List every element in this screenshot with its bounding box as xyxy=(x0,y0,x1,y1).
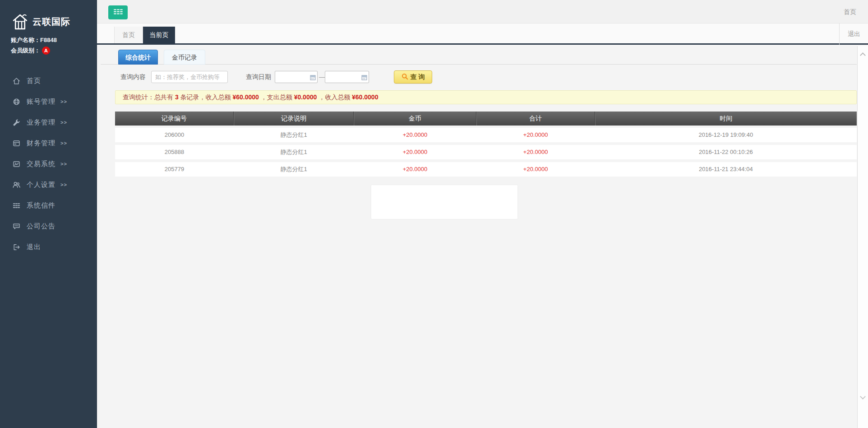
window-icon xyxy=(12,139,21,148)
sidebar-item-announcements[interactable]: 公司公告 xyxy=(0,216,97,237)
record-count: 3 xyxy=(175,93,179,101)
date-range-separator: — xyxy=(319,71,325,83)
tab-summary-statistics[interactable]: 综合统计 xyxy=(118,50,158,65)
expense-total: ¥0.0000 xyxy=(294,93,317,101)
calendar-icon[interactable] xyxy=(361,74,367,82)
globe-icon xyxy=(12,97,21,106)
scrollbar[interactable] xyxy=(857,46,868,428)
tab-current-page[interactable]: 当前页 xyxy=(143,27,175,43)
cell-time: 2016-12-19 19:09:40 xyxy=(595,128,857,142)
sidebar: 云联国际 账户名称：F8848 会员级别： A 首页 账号管理 >> xyxy=(0,0,97,428)
sidebar-item-profile[interactable]: 个人设置 >> xyxy=(0,174,97,195)
sidebar-item-logout[interactable]: 退出 xyxy=(0,237,97,257)
wrench-icon xyxy=(12,118,21,127)
search-content-label: 查询内容 xyxy=(120,71,146,83)
logo-house-icon xyxy=(12,13,28,31)
scroll-up-icon[interactable] xyxy=(860,52,866,58)
date-to-field xyxy=(325,71,369,83)
list-icon xyxy=(12,201,21,210)
search-date-label: 查询日期 xyxy=(246,71,271,83)
users-icon xyxy=(12,180,21,189)
logout-link[interactable]: 退出 xyxy=(848,23,860,45)
cell-description: 静态分红1 xyxy=(234,128,354,142)
tab-baseline xyxy=(101,64,857,65)
column-header-description: 记录说明 xyxy=(234,112,354,126)
sidebar-item-trading[interactable]: 交易系统 >> xyxy=(0,154,97,174)
account-name: 账户名称：F8848 xyxy=(11,36,57,44)
income-total: ¥60.0000 xyxy=(232,93,259,101)
sidebar-item-home[interactable]: 首页 xyxy=(0,70,97,91)
column-header-total: 合计 xyxy=(476,112,595,126)
main-content: 综合统计 金币记录 查询内容 查询日期 — 查 询 查询统计：总 xyxy=(97,46,857,428)
table-header-row: 记录编号 记录说明 金币 合计 时间 xyxy=(115,112,857,126)
cell-record-id: 206000 xyxy=(115,128,234,142)
cell-total: +20.0000 xyxy=(476,128,595,142)
logout-icon xyxy=(12,242,21,251)
tab-home[interactable]: 首页 xyxy=(114,27,143,43)
cell-coin: +20.0000 xyxy=(354,145,476,159)
income-total-2: ¥60.0000 xyxy=(352,93,378,101)
records-table: 记录编号 记录说明 金币 合计 时间 206000 静态分红1 +20.0000… xyxy=(115,112,857,179)
chart-icon xyxy=(12,159,21,168)
cell-total: +20.0000 xyxy=(476,162,595,177)
logo-text: 云联国际 xyxy=(32,16,70,28)
empty-panel xyxy=(371,185,517,219)
table-row: 205779 静态分红1 +20.0000 +20.0000 2016-11-2… xyxy=(115,162,857,177)
search-input[interactable] xyxy=(151,71,228,83)
column-header-time: 时间 xyxy=(595,112,857,126)
tab-bar-divider xyxy=(839,23,840,45)
sidebar-item-finance[interactable]: 财务管理 >> xyxy=(0,133,97,154)
column-header-record-id: 记录编号 xyxy=(115,112,234,126)
topbar: 首页 xyxy=(97,0,868,23)
cell-record-id: 205779 xyxy=(115,162,234,177)
calendar-icon[interactable] xyxy=(310,74,316,82)
cell-coin: +20.0000 xyxy=(354,128,476,142)
cell-total: +20.0000 xyxy=(476,145,595,159)
member-level: 会员级别： A xyxy=(11,47,50,55)
date-from-field xyxy=(275,71,318,83)
level-badge: A xyxy=(42,47,50,55)
sidebar-toggle-button[interactable] xyxy=(108,5,128,19)
sidebar-item-business[interactable]: 业务管理 >> xyxy=(0,112,97,133)
cell-record-id: 205888 xyxy=(115,145,234,159)
logo: 云联国际 xyxy=(12,13,70,31)
table-row: 206000 静态分红1 +20.0000 +20.0000 2016-12-1… xyxy=(115,128,857,142)
scroll-down-icon[interactable] xyxy=(860,394,866,400)
home-icon xyxy=(12,76,21,85)
sidebar-item-accounts[interactable]: 账号管理 >> xyxy=(0,91,97,112)
cell-coin: +20.0000 xyxy=(354,162,476,177)
topbar-home-link[interactable]: 首页 xyxy=(844,8,856,16)
cell-time: 2016-11-21 23:44:04 xyxy=(595,162,857,177)
announcement-icon xyxy=(12,222,21,231)
table-row: 205888 静态分红1 +20.0000 +20.0000 2016-11-2… xyxy=(115,145,857,159)
grid-menu-icon xyxy=(113,9,123,16)
cell-time: 2016-11-22 00:10:26 xyxy=(595,145,857,159)
sidebar-item-messages[interactable]: 系统信件 xyxy=(0,195,97,216)
search-button[interactable]: 查 询 xyxy=(394,70,432,84)
cell-description: 静态分红1 xyxy=(234,162,354,177)
page-tab-bar: 首页 当前页 退出 xyxy=(97,23,868,45)
magnifier-icon xyxy=(402,73,411,81)
query-statistics-bar: 查询统计：总共有 3 条记录，收入总额 ¥60.0000 ，支出总额 ¥0.00… xyxy=(115,90,857,104)
tab-coin-records[interactable]: 金币记录 xyxy=(164,50,205,65)
sidebar-menu: 首页 账号管理 >> 业务管理 >> xyxy=(0,70,97,257)
column-header-coin: 金币 xyxy=(354,112,476,126)
cell-description: 静态分红1 xyxy=(234,145,354,159)
